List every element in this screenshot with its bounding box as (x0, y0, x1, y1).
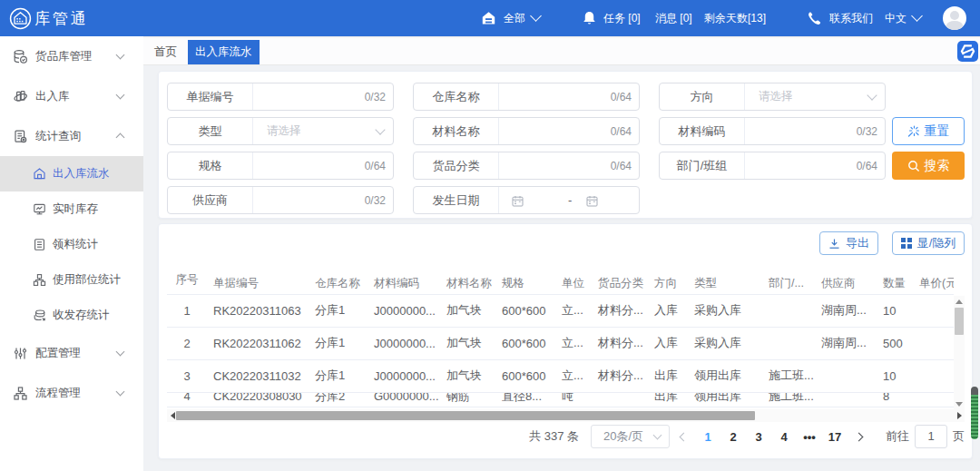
material-name-input[interactable]: 0/64 (499, 118, 639, 144)
table-row[interactable]: 1 RK20220311063 分库1 J0000000... 加气块 600*… (167, 294, 954, 327)
page-scrollbar-green[interactable] (971, 387, 978, 439)
col-header-material-code[interactable]: 材料编码 (368, 266, 440, 294)
home-icon (481, 11, 496, 25)
page-number-3[interactable]: 3 (746, 430, 771, 444)
cell-department (762, 294, 815, 327)
col-header-index[interactable]: 序号 (167, 266, 207, 294)
col-header-category[interactable]: 货品分类 (592, 266, 648, 294)
col-header-spec[interactable]: 规格 (495, 266, 555, 294)
warehouse-name-input[interactable]: 0/64 (499, 83, 639, 110)
cell-direction: 出库 (648, 359, 688, 392)
sidebar-item-label: 配置管理 (35, 346, 81, 361)
field-direction[interactable]: 方向 请选择 (659, 83, 886, 111)
col-header-warehouse[interactable]: 仓库名称 (309, 266, 368, 294)
col-header-unit[interactable]: 单位 (555, 266, 592, 294)
field-spec[interactable]: 规格 0/64 (167, 152, 394, 180)
table-row[interactable]: 3 CK20220311032 分库1 J0000000... 加气块 600*… (167, 359, 954, 392)
cell-quantity: 8 (877, 392, 913, 407)
table-row[interactable]: 2 RK20220311062 分库1 J0000000... 加气块 600*… (167, 327, 954, 359)
field-document-number[interactable]: 单据编号 0/32 (167, 83, 394, 111)
field-supplier[interactable]: 供应商 0/32 (167, 186, 394, 214)
sidebar-subitem-flow-record[interactable]: 出入库流水 (0, 156, 143, 191)
document-number-input[interactable]: 0/32 (253, 83, 393, 110)
reset-button[interactable]: 重置 (892, 117, 965, 145)
scroll-right-button[interactable] (954, 409, 965, 422)
chevron-down-icon (653, 431, 662, 440)
horizontal-scroll-thumb[interactable] (176, 411, 755, 420)
cell-unit-price (913, 327, 954, 359)
char-counter: 0/64 (611, 125, 632, 138)
tab-flow-record[interactable]: 出入库流水 (188, 40, 260, 64)
col-header-doc-number[interactable]: 单据编号 (207, 266, 309, 294)
field-goods-category[interactable]: 货品分类 0/64 (413, 152, 640, 180)
cell-warehouse: 分库1 (309, 327, 368, 359)
page-number-2[interactable]: 2 (720, 430, 746, 444)
user-menu[interactable] (943, 0, 966, 36)
sidebar-item-goods-warehouse[interactable]: 货品库管理 (0, 36, 143, 76)
search-button[interactable]: 搜索 (892, 152, 965, 180)
goods-category-input[interactable]: 0/64 (499, 152, 639, 179)
page-ellipsis[interactable]: ••• (797, 430, 822, 444)
cell-unit: 立... (555, 294, 592, 327)
cell-department (762, 327, 815, 359)
tab-home[interactable]: 首页 (143, 40, 188, 64)
col-header-direction[interactable]: 方向 (648, 266, 688, 294)
page-number-4[interactable]: 4 (771, 430, 797, 444)
scroll-down-button[interactable] (954, 398, 965, 409)
prev-page-button[interactable] (670, 434, 695, 440)
scroll-up-button[interactable] (954, 296, 965, 307)
table-vertical-scrollbar[interactable] (954, 296, 965, 409)
sidebar-item-in-out-warehouse[interactable]: 出入库 (0, 76, 143, 116)
page-size-select[interactable]: 20条/页 (591, 425, 670, 448)
table-row[interactable]: 4 CK20220308030 分库2 G0000000... 钢筋 直径8..… (167, 392, 954, 407)
supplier-input[interactable]: 0/32 (253, 187, 393, 213)
col-header-type[interactable]: 类型 (688, 266, 762, 294)
next-page-button[interactable] (848, 434, 873, 440)
date-range-picker[interactable]: - (499, 187, 639, 213)
sidebar-subitem-usage-part-stats[interactable]: 使用部位统计 (0, 262, 143, 298)
page-number-1[interactable]: 1 (695, 430, 720, 444)
sidebar-item-statistics-query[interactable]: 统计查询 (0, 116, 143, 156)
sidebar-item-config[interactable]: 配置管理 (0, 333, 143, 373)
field-type[interactable]: 类型 请选择 (167, 117, 394, 145)
field-date-range[interactable]: 发生日期 - (413, 186, 640, 214)
field-department[interactable]: 部门/班组 0/64 (659, 152, 886, 180)
table-horizontal-scrollbar[interactable] (167, 409, 965, 422)
language-selector[interactable]: 中文 (885, 0, 921, 36)
department-input[interactable]: 0/64 (745, 152, 885, 179)
contact-item[interactable]: 联系我们 (807, 0, 873, 36)
page-number-17[interactable]: 17 (822, 430, 848, 444)
direction-select[interactable]: 请选择 (745, 83, 885, 110)
columns-label: 显/隐列 (917, 235, 956, 251)
sidebar-subitem-send-receive-stats[interactable]: 收发存统计 (0, 298, 143, 333)
messages-item[interactable]: 消息 [0] (655, 0, 692, 36)
field-label: 材料编码 (660, 118, 745, 144)
col-header-unit-price[interactable]: 单价(元 (913, 266, 954, 294)
col-header-supplier[interactable]: 供应商 (815, 266, 877, 294)
goto-page-input[interactable]: 1 (915, 425, 947, 448)
sidebar-subitem-material-stats[interactable]: 领料统计 (0, 227, 143, 262)
field-material-code[interactable]: 材料编码 0/32 (659, 117, 886, 145)
cell-supplier (815, 392, 877, 407)
material-code-input[interactable]: 0/32 (745, 118, 885, 144)
avatar[interactable] (943, 6, 966, 30)
cell-category: 材料分... (592, 294, 648, 327)
type-select[interactable]: 请选择 (253, 118, 393, 144)
col-header-material-name[interactable]: 材料名称 (440, 266, 495, 294)
spec-input[interactable]: 0/64 (253, 152, 393, 179)
export-button[interactable]: 导出 (819, 231, 878, 255)
cell-warehouse: 分库1 (309, 359, 368, 392)
show-hide-columns-button[interactable]: 显/隐列 (892, 231, 965, 255)
col-header-department[interactable]: 部门/... (762, 266, 815, 294)
sidebar-subitem-realtime-stock[interactable]: 实时库存 (0, 191, 143, 227)
browser-plugin-button[interactable] (957, 41, 978, 62)
field-warehouse-name[interactable]: 仓库名称 0/64 (413, 83, 640, 111)
tasks-item[interactable]: 任务 [0] (583, 0, 641, 36)
sidebar-item-flow[interactable]: 流程管理 (0, 373, 143, 413)
col-header-quantity[interactable]: 数量 (877, 266, 913, 294)
vertical-scroll-thumb[interactable] (955, 308, 964, 335)
cell-spec: 600*600 (495, 294, 555, 327)
config-icon (13, 346, 28, 361)
scope-selector[interactable]: 全部 (481, 0, 540, 36)
field-material-name[interactable]: 材料名称 0/64 (413, 117, 640, 145)
